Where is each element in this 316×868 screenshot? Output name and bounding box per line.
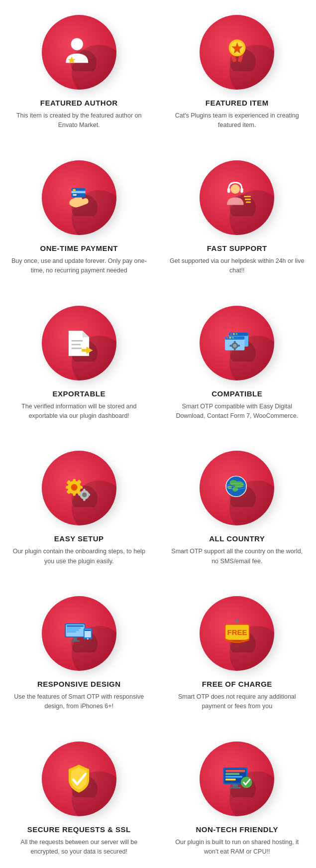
author-icon	[60, 34, 98, 71]
svg-rect-43	[237, 345, 240, 347]
svg-rect-81	[85, 629, 91, 631]
shield-icon	[60, 760, 98, 797]
svg-rect-58	[83, 498, 86, 501]
featured-item-title: FEATURED ITEM	[206, 99, 269, 107]
feature-setup: EASY SETUP Our plugin contain the onboar…	[0, 436, 158, 581]
feature-non-tech: NON-TECH FRIENDLY Our plugin is built to…	[158, 727, 316, 868]
svg-rect-23	[72, 344, 81, 345]
svg-rect-22	[72, 340, 83, 342]
free-icon-circle: FREE	[200, 596, 274, 671]
responsive-title: RESPONSIVE DESIGN	[37, 680, 121, 688]
feature-secure: SECURE REQUESTS & SSL All the requests b…	[0, 727, 158, 868]
svg-rect-78	[71, 640, 80, 641]
svg-rect-60	[88, 494, 91, 496]
svg-rect-93	[225, 770, 245, 772]
feature-exportable: EXPORTABLE The verified information will…	[0, 291, 158, 436]
secure-icon-circle	[42, 742, 116, 816]
feature-featured-item: FEATURED ITEM Cat's Plugins team is expe…	[158, 0, 316, 145]
svg-point-39	[233, 344, 237, 348]
compatible-title: COMPATIBLE	[211, 389, 262, 398]
svg-point-35	[226, 337, 228, 339]
responsive-desc: Use the features of Smart OTP with respo…	[10, 692, 148, 712]
export-icon	[60, 324, 98, 362]
support-desc: Get supported via our helpdesk within 24…	[168, 256, 307, 276]
setup-desc: Our plugin contain the onboarding steps,…	[10, 547, 148, 566]
svg-point-37	[232, 337, 234, 339]
support-icon-circle	[200, 160, 274, 235]
all-country-title: ALL COUNTRY	[209, 534, 265, 543]
svg-point-84	[235, 619, 238, 622]
responsive-icon-circle	[42, 596, 116, 671]
svg-rect-98	[229, 787, 241, 789]
featured-item-icon-circle	[200, 15, 274, 90]
support-title: FAST SUPPORT	[207, 244, 267, 252]
svg-point-64	[234, 481, 244, 488]
payment-title: ONE-TIME PAYMENT	[40, 244, 118, 252]
feature-support: FAST SUPPORT Get supported via our helpd…	[158, 145, 316, 291]
svg-rect-96	[225, 779, 236, 781]
svg-rect-50	[79, 486, 83, 489]
secure-desc: All the requests between our server will…	[10, 838, 148, 857]
svg-rect-97	[232, 784, 238, 787]
svg-rect-94	[225, 773, 239, 775]
secure-title: SECURE REQUESTS & SSL	[27, 825, 131, 834]
feature-all-country: ALL COUNTRY Smart OTP support all the co…	[158, 436, 316, 581]
svg-rect-26	[82, 349, 88, 352]
svg-rect-41	[234, 348, 236, 351]
free-icon: FREE	[218, 615, 256, 652]
svg-rect-49	[66, 486, 70, 489]
svg-point-1	[71, 38, 83, 50]
svg-rect-12	[73, 194, 77, 196]
monitor-check-icon	[218, 760, 256, 797]
svg-point-36	[229, 337, 231, 339]
exportable-desc: The verified information will be stored …	[10, 402, 148, 421]
svg-point-32	[235, 333, 237, 335]
svg-point-30	[230, 333, 232, 335]
svg-rect-13	[73, 189, 76, 191]
payment-desc: Buy once, use and update forever. Only p…	[10, 256, 148, 276]
svg-rect-77	[74, 637, 78, 640]
all-country-icon-circle	[200, 451, 274, 525]
exportable-title: EXPORTABLE	[53, 389, 105, 398]
compatible-icon-circle	[200, 306, 274, 380]
featured-author-title: FEATURED AUTHOR	[40, 99, 118, 107]
featured-author-desc: This item is created by the featured aut…	[10, 111, 148, 130]
features-grid: FEATURED AUTHOR This item is created by …	[0, 0, 316, 868]
setup-icon-circle	[42, 451, 116, 525]
svg-rect-40	[234, 341, 236, 344]
compatible-icon	[218, 324, 256, 362]
svg-point-31	[233, 333, 235, 335]
exportable-icon-circle	[42, 306, 116, 380]
svg-rect-95	[225, 776, 242, 778]
feature-featured-author: FEATURED AUTHOR This item is created by …	[0, 0, 158, 145]
svg-rect-48	[73, 492, 76, 496]
free-title: FREE OF CHARGE	[202, 680, 272, 688]
free-desc: Smart OTP does not require any additiona…	[168, 692, 307, 712]
svg-rect-76	[67, 631, 76, 632]
setup-title: EASY SETUP	[54, 534, 104, 543]
svg-text:FREE: FREE	[227, 628, 247, 636]
setup-icon	[60, 470, 98, 507]
svg-point-15	[230, 185, 240, 194]
non-tech-desc: Our plugin is built to run on shared hos…	[168, 838, 307, 857]
responsive-icon	[60, 615, 98, 652]
payment-icon-circle	[42, 160, 116, 235]
svg-rect-24	[72, 348, 82, 349]
svg-point-99	[241, 777, 252, 788]
featured-item-desc: Cat's Plugins team is experienced in cre…	[168, 111, 307, 130]
feature-payment: ONE-TIME PAYMENT Buy once, use and updat…	[0, 145, 158, 291]
medal-icon	[218, 34, 256, 71]
all-country-desc: Smart OTP support all the country on the…	[168, 547, 307, 566]
non-tech-title: NON-TECH FRIENDLY	[196, 825, 278, 834]
globe-icon	[218, 470, 256, 507]
svg-point-46	[71, 484, 78, 491]
compatible-desc: Smart OTP compatible with Easy Digital D…	[168, 402, 307, 421]
feature-compatible: COMPATIBLE Smart OTP compatible with Eas…	[158, 291, 316, 436]
svg-point-82	[87, 638, 89, 639]
svg-rect-17	[240, 188, 243, 193]
svg-rect-75	[67, 629, 79, 630]
svg-rect-42	[229, 345, 232, 347]
payment-icon	[60, 179, 98, 216]
svg-rect-74	[67, 627, 81, 628]
svg-rect-47	[73, 479, 76, 483]
